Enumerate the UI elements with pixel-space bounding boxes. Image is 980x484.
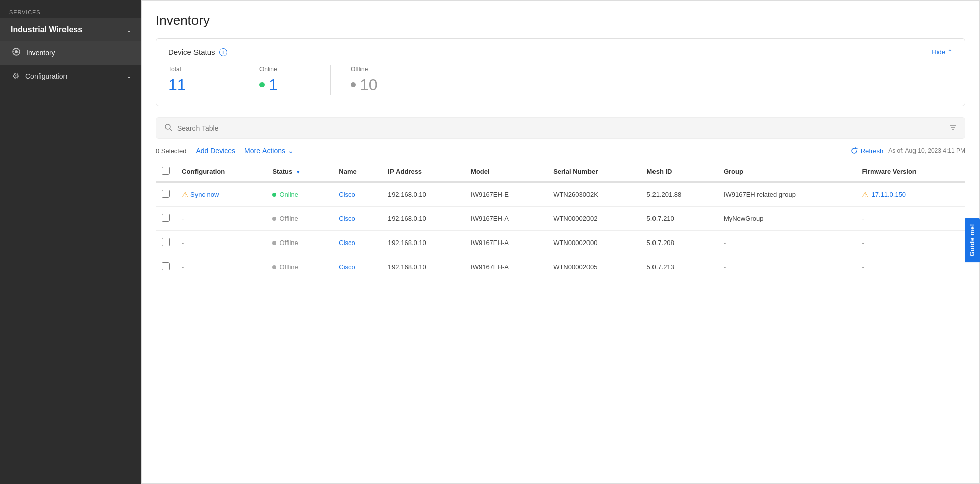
firmware-cell: - xyxy=(856,231,965,255)
stat-total: Total 11 xyxy=(168,66,239,94)
device-name-link[interactable]: Cisco xyxy=(339,263,355,271)
row-checkbox-cell[interactable] xyxy=(156,255,176,279)
info-icon[interactable]: i xyxy=(219,48,227,56)
status-dot-online xyxy=(272,193,276,197)
mesh-id-cell: 5.0.7.210 xyxy=(641,207,717,231)
row-checkbox-3[interactable] xyxy=(162,262,170,270)
name-cell[interactable]: Cisco xyxy=(333,231,382,255)
device-status-card: Device Status i Hide ⌃ Total 11 Online 1 xyxy=(156,38,965,106)
serial-cell: WTN00002000 xyxy=(547,231,640,255)
sort-icon: ▼ xyxy=(296,169,301,175)
name-cell[interactable]: Cisco xyxy=(333,255,382,279)
select-all-checkbox[interactable] xyxy=(162,167,170,175)
column-header-status[interactable]: Status ▼ xyxy=(266,162,333,182)
more-actions-button[interactable]: More Actions ⌄ xyxy=(244,147,294,155)
firmware-version-link[interactable]: 17.11.0.150 xyxy=(871,191,906,198)
select-all-header[interactable] xyxy=(156,162,176,182)
more-actions-chevron-icon: ⌄ xyxy=(288,147,294,155)
name-cell[interactable]: Cisco xyxy=(333,182,382,207)
status-cell: Online xyxy=(266,182,333,207)
row-checkbox-cell[interactable] xyxy=(156,207,176,231)
last-updated-timestamp: As of: Aug 10, 2023 4:11 PM xyxy=(888,147,965,154)
status-dot-offline xyxy=(272,241,276,245)
filter-icon[interactable] xyxy=(949,123,957,133)
column-header-firmware: Firmware Version xyxy=(856,162,965,182)
inventory-table-container: Configuration Status ▼ Name IP Address M… xyxy=(156,162,965,279)
page-title: Inventory xyxy=(156,13,965,28)
table-row: -OfflineCisco192.168.0.10IW9167EH-AWTN00… xyxy=(156,255,965,279)
config-cell[interactable]: ⚠Sync now xyxy=(176,182,266,207)
table-row: -OfflineCisco192.168.0.10IW9167EH-AWTN00… xyxy=(156,231,965,255)
config-cell: - xyxy=(176,207,266,231)
refresh-button[interactable]: Refresh xyxy=(851,147,884,155)
column-header-group: Group xyxy=(717,162,856,182)
serial-cell: WTN00002002 xyxy=(547,207,640,231)
search-input[interactable] xyxy=(177,124,944,132)
svg-line-4 xyxy=(170,129,172,131)
search-icon xyxy=(164,123,172,133)
group-cell: IW9167EH related group xyxy=(717,182,856,207)
status-cell: Offline xyxy=(266,207,333,231)
group-cell: - xyxy=(717,231,856,255)
row-checkbox-0[interactable] xyxy=(162,190,170,198)
config-chevron-icon: ⌄ xyxy=(126,72,132,80)
sidebar-item-inventory[interactable]: Inventory xyxy=(0,41,141,65)
device-status-title: Device Status i xyxy=(168,48,227,56)
mesh-id-cell: 5.0.7.213 xyxy=(641,255,717,279)
name-cell[interactable]: Cisco xyxy=(333,207,382,231)
service-name: Industrial Wireless xyxy=(11,25,82,34)
firmware-warning-icon: ⚠ xyxy=(862,190,868,199)
config-cell: - xyxy=(176,255,266,279)
online-dot-icon xyxy=(259,82,265,87)
sidebar-service-industrial-wireless[interactable]: Industrial Wireless ⌄ xyxy=(0,18,141,41)
stat-divider-2 xyxy=(330,65,331,95)
row-checkbox-cell[interactable] xyxy=(156,231,176,255)
column-header-mesh-id: Mesh ID xyxy=(641,162,717,182)
config-cell: - xyxy=(176,231,266,255)
stat-offline: Offline 10 xyxy=(351,66,421,94)
search-bar-container xyxy=(156,117,965,139)
stat-divider-1 xyxy=(239,65,239,95)
add-devices-button[interactable]: Add Devices xyxy=(195,147,235,155)
warning-icon: ⚠ xyxy=(182,190,188,199)
selected-count: 0 Selected xyxy=(156,147,186,155)
column-header-ip: IP Address xyxy=(382,162,465,182)
sidebar-item-configuration[interactable]: ⚙ Configuration ⌄ xyxy=(0,65,141,87)
model-cell: IW9167EH-E xyxy=(465,182,547,207)
configuration-icon: ⚙ xyxy=(12,71,19,81)
device-name-link[interactable]: Cisco xyxy=(339,191,355,198)
row-checkbox-2[interactable] xyxy=(162,238,170,246)
table-row: -OfflineCisco192.168.0.10IW9167EH-AWTN00… xyxy=(156,207,965,231)
inventory-table: Configuration Status ▼ Name IP Address M… xyxy=(156,162,965,279)
toolbar: 0 Selected Add Devices More Actions ⌄ Re… xyxy=(156,147,965,155)
table-row: ⚠Sync nowOnlineCisco192.168.0.10IW9167EH… xyxy=(156,182,965,207)
status-cell: Offline xyxy=(266,231,333,255)
status-cell: Offline xyxy=(266,255,333,279)
column-header-name: Name xyxy=(333,162,382,182)
status-dot-offline xyxy=(272,265,276,269)
firmware-cell[interactable]: ⚠17.11.0.150 xyxy=(856,182,965,207)
column-header-model: Model xyxy=(465,162,547,182)
toolbar-left: 0 Selected Add Devices More Actions ⌄ xyxy=(156,147,294,155)
ip-cell: 192.168.0.10 xyxy=(382,231,465,255)
chevron-up-icon: ⌃ xyxy=(947,48,953,56)
mesh-id-cell: 5.21.201.88 xyxy=(641,182,717,207)
device-name-link[interactable]: Cisco xyxy=(339,215,355,222)
guide-me-tab[interactable]: Guide me! xyxy=(965,218,980,262)
row-checkbox-cell[interactable] xyxy=(156,182,176,207)
hide-link[interactable]: Hide ⌃ xyxy=(932,48,953,56)
model-cell: IW9167EH-A xyxy=(465,255,547,279)
ip-cell: 192.168.0.10 xyxy=(382,182,465,207)
firmware-cell: - xyxy=(856,255,965,279)
row-checkbox-1[interactable] xyxy=(162,214,170,222)
sidebar: SERVICES Industrial Wireless ⌄ Inventory… xyxy=(0,0,141,484)
services-label: SERVICES xyxy=(0,0,141,18)
column-header-serial: Serial Number xyxy=(547,162,640,182)
configuration-nav-label: Configuration xyxy=(25,72,67,80)
main-content: Inventory Device Status i Hide ⌃ Total 1… xyxy=(141,0,980,484)
sync-now-link[interactable]: Sync now xyxy=(190,191,219,198)
refresh-icon xyxy=(851,147,858,154)
device-name-link[interactable]: Cisco xyxy=(339,239,355,247)
svg-point-1 xyxy=(15,50,18,53)
status-dot-offline xyxy=(272,217,276,221)
